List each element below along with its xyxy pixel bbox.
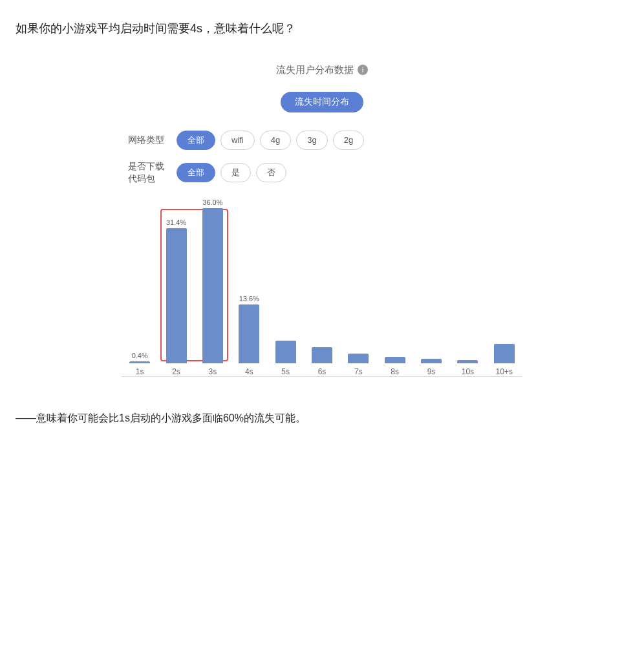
bar-x-label-1s: 1s	[136, 367, 144, 376]
bar-group-6s: 6s	[304, 345, 340, 376]
bar-group-7s: 7s	[340, 352, 376, 376]
bar-value-label-3s: 36.0%	[202, 198, 222, 206]
filter-row-download: 是否下载代码包 全部 是 否	[128, 160, 516, 186]
bar-group-4s: 13.6%4s	[231, 295, 267, 376]
bar-4s[interactable]	[239, 304, 259, 363]
bar-6s[interactable]	[312, 347, 332, 363]
bar-value-label-2s: 31.4%	[166, 218, 186, 226]
page-question: 如果你的小游戏平均启动时间需要4s，意味着什么呢？	[16, 19, 628, 38]
bar-2s[interactable]	[166, 228, 187, 363]
bar-x-label-9s: 9s	[427, 367, 436, 376]
filter-opt-yes-download[interactable]: 是	[220, 163, 251, 182]
filter-opt-all-network[interactable]: 全部	[177, 131, 215, 150]
filter-opt-all-download[interactable]: 全部	[177, 163, 215, 182]
filter-opt-2g[interactable]: 2g	[333, 131, 364, 150]
bar-group-8s: 8s	[377, 355, 413, 376]
chart-container: 流失用户分布数据 i 流失时间分布 网络类型 全部 wifi 4g 3g 2g …	[16, 64, 628, 377]
filter-options-network: 全部 wifi 4g 3g 2g	[177, 131, 364, 150]
bar-value-label-4s: 13.6%	[239, 295, 259, 303]
filter-opt-4g[interactable]: 4g	[260, 131, 291, 150]
bar-group-3s: 36.0%3s	[195, 198, 231, 376]
bar-x-label-3s: 3s	[209, 367, 217, 376]
bar-8s[interactable]	[385, 357, 405, 363]
filter-options-download: 全部 是 否	[177, 163, 286, 182]
bar-chart-area: 0.4%1s31.4%2s36.0%3s13.6%4s5s6s7s8s9s10s…	[122, 209, 522, 377]
bar-chart-wrapper: 0.4%1s31.4%2s36.0%3s13.6%4s5s6s7s8s9s10s…	[122, 209, 522, 377]
bar-1s[interactable]	[129, 361, 150, 363]
bar-value-label-1s: 0.4%	[132, 352, 148, 359]
chart-title: 流失用户分布数据	[276, 64, 354, 76]
filter-opt-wifi[interactable]: wifi	[220, 131, 255, 150]
bar-x-label-6s: 6s	[318, 367, 327, 376]
bar-group-1s: 0.4%1s	[122, 352, 158, 376]
bar-x-label-5s: 5s	[281, 367, 290, 376]
info-icon[interactable]: i	[358, 65, 368, 75]
bar-x-label-2s: 2s	[172, 367, 180, 376]
filter-row-network: 网络类型 全部 wifi 4g 3g 2g	[128, 131, 516, 150]
bar-x-label-4s: 4s	[245, 367, 253, 376]
bar-9s[interactable]	[421, 359, 442, 363]
tab-button-time-distribution[interactable]: 流失时间分布	[281, 92, 363, 112]
bar-10s[interactable]	[457, 360, 478, 363]
bar-x-label-10+s: 10+s	[496, 367, 513, 376]
filter-opt-3g[interactable]: 3g	[296, 131, 327, 150]
bar-5s[interactable]	[275, 341, 296, 363]
bar-group-5s: 5s	[267, 339, 303, 376]
filter-label-network: 网络类型	[128, 134, 170, 147]
bar-group-10+s: 10+s	[486, 342, 522, 376]
bar-x-label-8s: 8s	[391, 367, 399, 376]
bar-10+s[interactable]	[494, 344, 515, 363]
bar-7s[interactable]	[348, 354, 369, 363]
bar-group-10s: 10s	[449, 358, 486, 376]
bar-group-2s: 31.4%2s	[158, 218, 194, 376]
bar-x-label-10s: 10s	[462, 367, 474, 376]
chart-title-row: 流失用户分布数据 i	[276, 64, 368, 76]
filter-label-download: 是否下载代码包	[128, 160, 170, 186]
bar-x-label-7s: 7s	[354, 367, 363, 376]
filter-opt-no-download[interactable]: 否	[256, 163, 286, 182]
bar-group-9s: 9s	[413, 357, 449, 376]
tab-bar: 流失时间分布	[281, 92, 363, 112]
bar-3s[interactable]	[202, 208, 223, 363]
conclusion: ——意味着你可能会比1s启动的小游戏多面临60%的流失可能。	[16, 409, 628, 428]
